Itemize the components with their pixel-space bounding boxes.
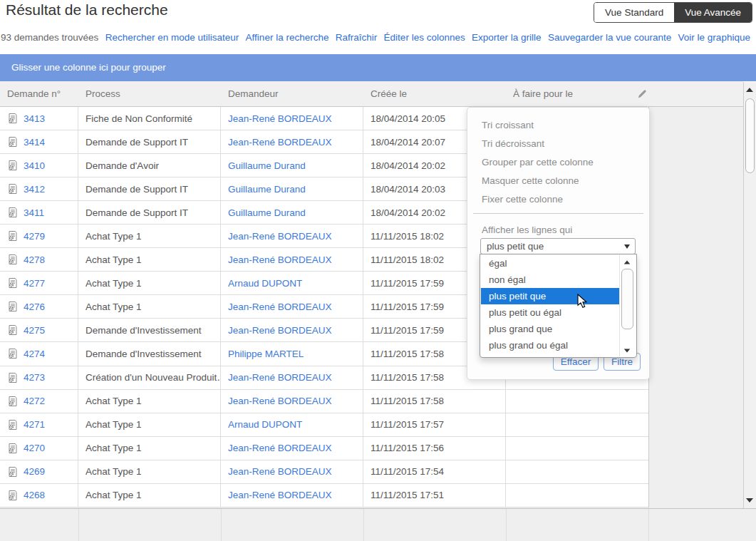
requester-link[interactable]: Arnaud DUPONT xyxy=(228,419,302,430)
column-menu-item[interactable]: Masquer cette colonne xyxy=(467,172,649,190)
requester-cell: Jean-René BORDEAUX xyxy=(221,390,363,413)
requester-link[interactable]: Jean-René BORDEAUX xyxy=(228,137,332,148)
operator-option[interactable]: plus petit ou égal xyxy=(481,304,620,321)
toolbar-link[interactable]: Affiner la recherche xyxy=(246,32,329,43)
operator-option[interactable]: plus petit que xyxy=(481,288,620,304)
requester-cell: Jean-René BORDEAUX xyxy=(221,295,363,318)
operator-option[interactable]: non égal xyxy=(481,272,620,288)
column-menu-items: Tri croissant Tri décroissant Grouper pa… xyxy=(467,116,649,209)
option-list-scrollbar[interactable] xyxy=(619,255,636,356)
request-document-icon xyxy=(7,490,19,501)
column-menu-item[interactable]: Grouper par cette colonne xyxy=(467,153,649,172)
vue-avancee-button[interactable]: Vue Avancée xyxy=(674,3,752,22)
column-menu-item[interactable]: Fixer cette colonne xyxy=(467,190,649,209)
requester-link[interactable]: Jean-René BORDEAUX xyxy=(228,372,332,383)
request-document-icon xyxy=(7,136,19,148)
toolbar-link[interactable]: Rafraîchir xyxy=(336,32,378,43)
option-list-scroll-thumb[interactable] xyxy=(621,269,633,329)
request-id-cell: 4271 xyxy=(0,413,78,436)
requester-link[interactable]: Jean-René BORDEAUX xyxy=(228,231,332,242)
toolbar-link[interactable]: Sauvegarder la vue courante xyxy=(548,32,671,43)
operator-option[interactable]: plus grand ou égal xyxy=(481,337,620,354)
request-id-link[interactable]: 3411 xyxy=(24,207,44,218)
requester-link[interactable]: Jean-René BORDEAUX xyxy=(228,443,332,453)
process-cell: Achat Type 1 xyxy=(78,295,221,318)
operator-options: égal non égal plus petit que plus petit … xyxy=(481,255,620,358)
operator-option[interactable]: plus grand que xyxy=(481,321,620,337)
request-id-link[interactable]: 4268 xyxy=(24,490,45,500)
request-id-cell: 4268 xyxy=(0,484,78,507)
option-list-scroll-up-icon[interactable] xyxy=(624,260,631,264)
request-id-link[interactable]: 4279 xyxy=(24,231,45,242)
vertical-scrollbar[interactable] xyxy=(743,82,756,508)
column-header-process[interactable]: Process xyxy=(78,88,221,99)
requester-cell: Guillaume Durand xyxy=(221,154,363,177)
requester-link[interactable]: Philippe MARTEL xyxy=(228,349,304,359)
request-id-link[interactable]: 4272 xyxy=(24,396,45,406)
filter-operator-select[interactable]: plus petit que xyxy=(480,238,636,254)
request-id-cell: 4274 xyxy=(0,342,78,365)
column-header-demandeur[interactable]: Demandeur xyxy=(221,88,363,99)
requester-link[interactable]: Arnaud DUPONT xyxy=(228,278,302,289)
request-id-link[interactable]: 4274 xyxy=(24,349,45,359)
created-date-cell: 11/11/2015 17:57 xyxy=(363,413,506,436)
vue-standard-button[interactable]: Vue Standard xyxy=(594,3,674,22)
requester-link[interactable]: Jean-René BORDEAUX xyxy=(228,396,332,406)
due-date-cell xyxy=(506,460,648,483)
process-cell: Demande de Support IT xyxy=(78,201,221,224)
request-id-link[interactable]: 4269 xyxy=(24,466,45,477)
request-id-cell: 4269 xyxy=(0,460,78,483)
requester-link[interactable]: Jean-René BORDEAUX xyxy=(228,466,332,477)
requester-link[interactable]: Guillaume Durand xyxy=(228,160,306,171)
toolbar-link[interactable]: Éditer les colonnes xyxy=(384,32,465,43)
request-document-icon xyxy=(7,466,19,478)
column-header-creee-le[interactable]: Créée le xyxy=(363,88,506,99)
toolbar-link[interactable]: Voir le graphique xyxy=(678,32,750,43)
scrollbar-thumb[interactable] xyxy=(745,98,755,173)
request-id-link[interactable]: 4273 xyxy=(24,372,45,383)
filter-operator-value: plus petit que xyxy=(487,241,544,252)
request-document-icon xyxy=(7,348,19,359)
column-edit-pencil-icon[interactable] xyxy=(636,88,648,100)
created-date-cell: 11/11/2015 17:58 xyxy=(363,390,506,413)
request-id-link[interactable]: 3412 xyxy=(24,184,45,195)
request-id-link[interactable]: 4271 xyxy=(24,419,45,430)
scrollbar-up-button[interactable] xyxy=(746,88,753,92)
request-id-link[interactable]: 3414 xyxy=(24,137,45,148)
scrollbar-down-button[interactable] xyxy=(746,498,753,503)
request-id-link[interactable]: 4278 xyxy=(24,254,45,265)
request-id-link[interactable]: 4277 xyxy=(24,278,45,289)
toolbar-link[interactable]: Exporter la grille xyxy=(472,32,542,43)
process-cell: Demande d'Investissement xyxy=(78,342,221,365)
request-document-icon xyxy=(7,324,19,336)
requester-link[interactable]: Jean-René BORDEAUX xyxy=(228,113,332,124)
request-id-cell: 4270 xyxy=(0,437,78,460)
footer-divider xyxy=(363,509,364,541)
process-cell: Création d'un Nouveau Produit… xyxy=(78,366,221,389)
request-id-link[interactable]: 4276 xyxy=(24,302,45,312)
operator-option[interactable]: égal xyxy=(481,255,620,272)
operator-option[interactable]: nul xyxy=(481,354,620,358)
group-drop-zone[interactable]: Glisser une colonne ici pour grouper xyxy=(0,54,756,81)
requester-link[interactable]: Guillaume Durand xyxy=(228,184,306,195)
requester-link[interactable]: Guillaume Durand xyxy=(228,207,306,218)
request-id-link[interactable]: 4270 xyxy=(24,443,45,453)
requester-link[interactable]: Jean-René BORDEAUX xyxy=(228,325,332,336)
process-cell: Achat Type 1 xyxy=(78,272,221,294)
option-list-scroll-down-icon[interactable] xyxy=(624,349,631,352)
requester-cell: Guillaume Durand xyxy=(221,201,363,224)
table-row: 4272 Achat Type 1 Jean-René BORDEAUX 11/… xyxy=(0,390,648,413)
requester-link[interactable]: Jean-René BORDEAUX xyxy=(228,490,332,500)
column-menu-item[interactable]: Tri décroissant xyxy=(467,135,649,153)
requester-cell: Arnaud DUPONT xyxy=(221,413,363,436)
request-document-icon xyxy=(7,372,19,383)
requester-link[interactable]: Jean-René BORDEAUX xyxy=(228,302,332,312)
requester-link[interactable]: Jean-René BORDEAUX xyxy=(228,254,332,265)
column-header-a-faire-pour-le[interactable]: À faire pour le xyxy=(506,88,648,99)
column-header-demande[interactable]: Demande n° xyxy=(0,88,78,99)
column-menu-item[interactable]: Tri croissant xyxy=(467,116,649,135)
toolbar-link[interactable]: Rechercher en mode utilisateur xyxy=(105,32,239,43)
request-id-link[interactable]: 3410 xyxy=(24,160,45,171)
request-id-link[interactable]: 3413 xyxy=(24,113,45,124)
request-id-link[interactable]: 4275 xyxy=(24,325,45,336)
